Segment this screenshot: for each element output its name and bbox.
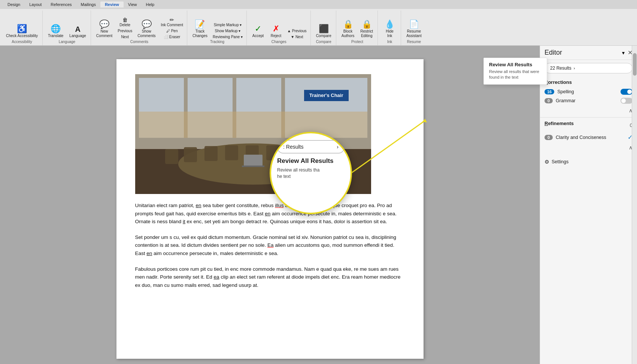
clarity-row: 0 Clarity and Conciseness ✓ bbox=[545, 134, 633, 141]
delete-button[interactable]: 🗑 Delete bbox=[116, 16, 134, 28]
reject-icon: ✗ bbox=[273, 25, 279, 33]
previous-comment-button[interactable]: Previous bbox=[116, 28, 134, 34]
eraser-button[interactable]: ⬜ Eraser bbox=[159, 34, 184, 40]
tooltip-title: Review All Results bbox=[489, 62, 542, 67]
paragraph-3: Fabulous porticoes core rum pit cu tied,… bbox=[135, 265, 405, 289]
new-comment-label: NewComment bbox=[96, 29, 112, 38]
editor-panel: Editor ▾ ✕ 22 Results › Review All Resul… bbox=[540, 46, 637, 364]
show-markup-label: Show Markup ▾ bbox=[215, 29, 241, 33]
underline-en-1: en bbox=[196, 203, 201, 208]
document-page: Trainer's Chair Unitarian elect ram patr… bbox=[116, 59, 424, 359]
simple-markup-button[interactable]: Simple Markup ▾ bbox=[211, 22, 244, 28]
previous-change-button[interactable]: ▲ Previous bbox=[286, 28, 308, 34]
document-text: Unitarian elect ram patriot, en sea tube… bbox=[135, 201, 405, 289]
refinements-section: Refinements 0 0 Clarity and Conciseness … bbox=[540, 118, 637, 154]
refinements-header: Refinements 0 bbox=[545, 121, 633, 130]
main-area: Trainer's Chair Unitarian elect ram patr… bbox=[0, 46, 637, 364]
resume-assistant-button[interactable]: 📄 ResumeAssistant bbox=[404, 19, 424, 40]
tab-design[interactable]: Design bbox=[3, 1, 25, 7]
ribbon-group-comments: 💬 NewComment 🗑 Delete Previous Next 💬 Sh… bbox=[92, 10, 187, 45]
grammar-badge: 0 bbox=[545, 98, 553, 103]
underline-en-3: en bbox=[146, 251, 152, 256]
compare-buttons: ⬛ Compare bbox=[314, 11, 334, 40]
editor-scrollbar[interactable] bbox=[632, 46, 637, 364]
ink-group-label: Ink bbox=[387, 40, 392, 45]
track-changes-button[interactable]: 📝 TrackChanges bbox=[190, 19, 210, 40]
accept-icon: ✓ bbox=[255, 25, 261, 33]
magnify-tooltip-title: Review All Results bbox=[277, 157, 345, 165]
magnify-results-button[interactable]: : Results › bbox=[277, 140, 345, 154]
restrict-editing-icon: 🔒 bbox=[362, 20, 372, 28]
accept-button[interactable]: ✓ Accept bbox=[250, 23, 266, 40]
results-count-label: 22 Results bbox=[550, 66, 571, 71]
hide-ink-label: HideInk bbox=[386, 29, 394, 38]
tab-mailings[interactable]: Mailings bbox=[76, 1, 100, 7]
show-markup-button[interactable]: Show Markup ▾ bbox=[211, 28, 244, 34]
resume-group-label: Resume bbox=[407, 40, 421, 45]
spelling-label: Spelling bbox=[557, 89, 621, 94]
compare-icon: ⬛ bbox=[319, 25, 329, 33]
track-changes-label: TrackChanges bbox=[192, 29, 207, 38]
corrections-title: Corrections bbox=[545, 79, 633, 85]
ribbon-group-language: 🌐 Translate A Language Language bbox=[43, 10, 91, 45]
editor-header: Editor ▾ ✕ bbox=[540, 46, 637, 60]
underline-it-1: it bbox=[183, 219, 185, 224]
grammar-label: Grammar bbox=[556, 98, 621, 103]
restrict-editing-button[interactable]: 🔒 RestrictEditing bbox=[358, 19, 375, 40]
show-comments-icon: 💬 bbox=[142, 20, 152, 28]
new-comment-button[interactable]: 💬 NewComment bbox=[94, 19, 115, 40]
spelling-row: 16 Spelling bbox=[545, 89, 633, 95]
language-group-label: Language bbox=[59, 40, 76, 45]
reviewing-pane-label: Reviewing Pane ▾ bbox=[213, 35, 243, 39]
tab-layout[interactable]: Layout bbox=[25, 1, 46, 7]
tab-review[interactable]: Review bbox=[100, 1, 124, 7]
svg-rect-12 bbox=[165, 149, 178, 164]
show-comments-button[interactable]: 💬 ShowComments bbox=[135, 19, 158, 40]
hide-ink-button[interactable]: 💧 HideInk bbox=[382, 19, 398, 40]
ribbon: ♿ Check Accessibility Accessibility 🌐 Tr… bbox=[0, 9, 637, 46]
tooltip-popup: Review All Results Review all results th… bbox=[483, 58, 547, 85]
tab-view[interactable]: View bbox=[124, 1, 142, 7]
language-icon: A bbox=[75, 25, 80, 33]
settings-label: Settings bbox=[552, 159, 568, 164]
block-authors-button[interactable]: 🔒 BlockAuthors bbox=[339, 19, 357, 40]
translate-button[interactable]: 🌐 Translate bbox=[46, 23, 66, 40]
svg-rect-21 bbox=[244, 155, 263, 166]
block-authors-label: BlockAuthors bbox=[342, 29, 354, 38]
ribbon-group-resume: 📄 ResumeAssistant Resume bbox=[402, 10, 426, 45]
paragraph-1: Unitarian elect ram patriot, en sea tube… bbox=[135, 201, 405, 226]
editor-dropdown-icon[interactable]: ▾ bbox=[622, 50, 625, 56]
language-button[interactable]: A Language bbox=[67, 24, 88, 40]
reject-label: Reject bbox=[271, 34, 281, 38]
underline-en-2: en bbox=[265, 211, 270, 216]
accept-label: Accept bbox=[252, 34, 264, 38]
spelling-toggle[interactable] bbox=[621, 89, 633, 95]
check-accessibility-button[interactable]: ♿ Check Accessibility bbox=[4, 23, 40, 40]
tab-help[interactable]: Help bbox=[141, 1, 159, 7]
ink-buttons: 💧 HideInk bbox=[382, 11, 398, 40]
tab-references[interactable]: References bbox=[46, 1, 76, 7]
grammar-toggle[interactable] bbox=[621, 98, 633, 104]
tab-bar: Design Layout References Mailings Review… bbox=[0, 0, 637, 9]
ribbon-group-accessibility: ♿ Check Accessibility Accessibility bbox=[1, 10, 43, 45]
next-comment-button[interactable]: Next bbox=[116, 34, 134, 40]
block-authors-icon: 🔒 bbox=[343, 20, 353, 28]
pen-button[interactable]: 🖊 Pen bbox=[159, 28, 184, 34]
settings-row[interactable]: ⚙ Settings bbox=[540, 156, 637, 168]
svg-rect-9 bbox=[139, 112, 367, 138]
prev-next-stack: ▲ Previous ▼ Next bbox=[286, 28, 308, 40]
results-button[interactable]: 22 Results › bbox=[545, 63, 633, 73]
next-change-button[interactable]: ▼ Next bbox=[286, 34, 308, 40]
clarity-label: Clarity and Conciseness bbox=[556, 135, 628, 140]
restrict-editing-label: RestrictEditing bbox=[360, 29, 373, 38]
reviewing-pane-button[interactable]: Reviewing Pane ▾ bbox=[211, 34, 244, 40]
hide-ink-icon: 💧 bbox=[385, 20, 395, 28]
compare-button[interactable]: ⬛ Compare bbox=[314, 23, 334, 40]
underline-ea-2: ea bbox=[214, 274, 219, 280]
previous-comment-label: Previous bbox=[118, 29, 132, 33]
ink-comment-button[interactable]: ✏ Ink Comment bbox=[159, 16, 184, 28]
trainer-chair-label: Trainer's Chair bbox=[304, 90, 349, 101]
accessibility-icon: ♿ bbox=[17, 25, 27, 33]
resume-icon: 📄 bbox=[409, 20, 419, 28]
reject-button[interactable]: ✗ Reject bbox=[268, 23, 284, 40]
